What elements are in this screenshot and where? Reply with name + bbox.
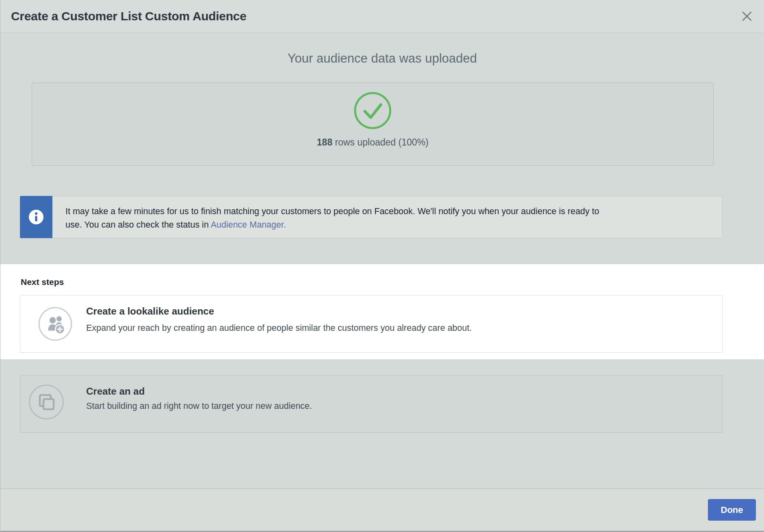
dialog-header: Create a Customer List Custom Audience — [0, 0, 764, 33]
success-check-icon — [353, 91, 392, 130]
audience-manager-link[interactable]: Audience Manager. — [211, 220, 286, 230]
x-icon — [741, 11, 753, 22]
info-banner-text: It may take a few minutes for us to fini… — [52, 196, 723, 238]
dialog-title: Create a Customer List Custom Audience — [11, 9, 246, 23]
done-button[interactable]: Done — [708, 499, 756, 521]
create-ad-card-title: Create an ad — [86, 386, 145, 397]
next-steps-heading: Next steps — [21, 277, 64, 287]
create-ad-card[interactable]: Create an ad Start building an ad right … — [20, 375, 723, 433]
customer-list-dialog: Create a Customer List Custom Audience Y… — [0, 0, 764, 532]
info-icon-box — [20, 196, 52, 238]
upload-status-heading: Your audience data was uploaded — [0, 51, 764, 66]
lookalike-card-title: Create a lookalike audience — [86, 306, 214, 317]
upload-result-panel: 188 rows uploaded (100%) — [32, 83, 714, 166]
info-banner: It may take a few minutes for us to fini… — [20, 196, 723, 238]
info-banner-line-2-text: use. You can also check the status in — [65, 220, 211, 230]
dialog-footer: Done — [0, 489, 764, 531]
create-lookalike-audience-card[interactable]: Create a lookalike audience Expand your … — [20, 295, 723, 353]
create-ad-card-description: Start building an ad right now to target… — [86, 401, 312, 411]
upload-rows-text: 188 rows uploaded (100%) — [32, 137, 713, 148]
rows-suffix: rows uploaded (100%) — [332, 137, 429, 148]
next-steps-section: Next steps Create a lookalike audience E… — [0, 264, 764, 359]
lookalike-audience-icon — [38, 307, 72, 341]
info-icon — [28, 209, 44, 225]
close-icon[interactable] — [740, 10, 753, 23]
lookalike-card-description: Expand your reach by creating an audienc… — [86, 323, 472, 333]
rows-count: 188 — [317, 137, 332, 148]
info-banner-line-2: use. You can also check the status in Au… — [65, 218, 706, 232]
create-ad-icon — [28, 384, 64, 420]
info-banner-line-1: It may take a few minutes for us to fini… — [65, 205, 706, 218]
